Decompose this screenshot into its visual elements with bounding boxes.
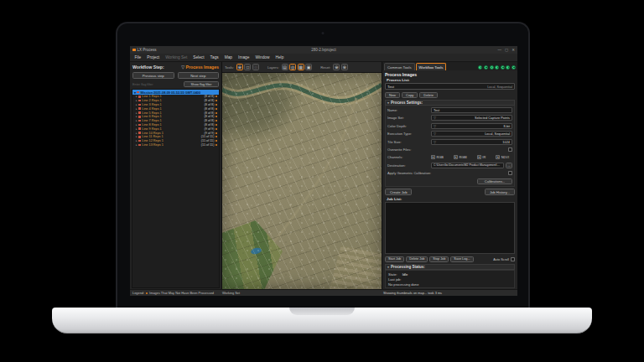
previous-step-button[interactable]: Previous step	[132, 72, 174, 79]
channel-label: NDVI	[501, 155, 509, 159]
chevron-collapsed-icon: ▸	[136, 119, 138, 122]
flight-line-label: Line 8 Reps 1	[142, 123, 161, 127]
tile-size-select[interactable]: ▽ 1024	[431, 139, 512, 145]
channel-label: RGBI	[459, 155, 467, 159]
menu-item[interactable]: Window	[252, 55, 273, 59]
flight-line-label: Line 5 Reps 1	[142, 111, 161, 115]
overwrite-files-checkbox[interactable]	[508, 147, 512, 152]
status-circle-icon[interactable]	[501, 65, 505, 70]
menu-item[interactable]: Image	[236, 55, 252, 59]
menu-item[interactable]: Tags	[207, 55, 221, 59]
menu-item[interactable]: Project	[144, 55, 163, 59]
chevron-down-icon: ▽	[434, 124, 436, 128]
processing-status-section[interactable]: ▾ Processing Status:	[385, 264, 515, 270]
process-list-dropdown[interactable]: Test Local, Sequential	[385, 83, 515, 90]
status-circle-icon[interactable]	[495, 65, 499, 70]
chevron-collapsed-icon: ▸	[136, 111, 138, 115]
channels-label: Channels:	[387, 155, 431, 159]
execution-type-select[interactable]: ▽ Local, Sequential	[431, 131, 512, 137]
layer-toggle-icon[interactable]: ▣	[305, 64, 312, 70]
menu-item[interactable]: Select	[190, 55, 207, 59]
copy-button[interactable]: Copy	[402, 92, 418, 98]
maximize-icon[interactable]: ▢	[505, 48, 508, 52]
job-list[interactable]	[385, 202, 515, 254]
chevron-down-icon: ▽	[434, 140, 436, 144]
chevron-collapsed-icon: ▸	[136, 127, 138, 131]
process-settings-section[interactable]: ▾ Process Settings:	[385, 100, 515, 106]
menu-item[interactable]: Working Set	[163, 55, 190, 59]
apply-geometric-calibration-checkbox[interactable]	[508, 171, 512, 175]
color-depth-select[interactable]: ▽ 8-bit	[431, 123, 512, 129]
minimize-icon[interactable]: —	[497, 48, 501, 52]
menu-item[interactable]: File	[132, 55, 144, 59]
image-count: (11 of 11)	[201, 135, 215, 138]
reset-tool-icon[interactable]: ⊗	[341, 64, 348, 70]
layer-toggle-icon[interactable]: ▤	[282, 64, 288, 70]
processing-status-box: State: Idle Last job: No processing done	[385, 270, 515, 288]
job-action-button[interactable]: Start Job	[385, 256, 404, 262]
show-flag-filter-button[interactable]: Show flag filter	[184, 81, 219, 87]
tool-tab[interactable]: Common Tools	[384, 63, 415, 70]
destination-input[interactable]: C:\Users\bc\Documents\M2 Product Managem…	[431, 163, 504, 168]
map-tool-icon[interactable]: □	[244, 64, 251, 70]
calibrations-button[interactable]: Calibrations...	[477, 178, 512, 184]
channel-checkbox[interactable]: ✕	[431, 155, 435, 159]
job-history-button[interactable]: Job History...	[485, 189, 515, 195]
delete-button[interactable]: Delete	[419, 92, 438, 98]
flight-line-label: Line 12 Reps 1	[142, 139, 164, 142]
image-count: (9 of 9)	[204, 127, 214, 131]
auto-scroll-label: Auto Scroll	[493, 257, 509, 261]
mission-tree: ▾ Mission 2021-08-09 05-52-55 GMT-0400 ▸…	[132, 89, 220, 288]
close-icon[interactable]: ✕	[512, 48, 515, 52]
tools-label: Tools:	[225, 65, 234, 70]
job-action-button[interactable]: Save Log...	[450, 256, 473, 262]
create-job-button[interactable]: Create Job	[385, 189, 412, 195]
tool-tab[interactable]: Workflow Tools	[416, 63, 447, 70]
unprocessed-dot-icon	[216, 144, 217, 146]
name-input[interactable]: Test	[431, 107, 512, 113]
unprocessed-dot-icon	[216, 100, 217, 101]
flight-line-label: Line 2 Reps 1	[142, 99, 161, 102]
browse-button[interactable]: ...	[506, 163, 512, 168]
unprocessed-dot-icon	[216, 140, 217, 142]
menu-item[interactable]: Help	[273, 55, 287, 59]
image-set-select[interactable]: ▽ Selected Capture Points	[431, 115, 512, 121]
workflow-step-dropdown[interactable]: ▽ Process Images	[181, 65, 219, 70]
map-tool-icon[interactable]: ◌	[252, 64, 259, 70]
image-count: (8 of 8)	[204, 107, 214, 111]
map-view[interactable]	[222, 73, 382, 289]
working-set-label: Working Set	[222, 291, 240, 295]
flight-line-row[interactable]: ▸ Line 13 Reps 1 (11 of 11)	[132, 143, 219, 147]
flag-icon	[138, 144, 141, 147]
job-action-button[interactable]: Delete Job	[406, 256, 428, 262]
reset-tool-icon[interactable]: ⊕	[333, 64, 340, 70]
next-step-button[interactable]: Next step	[178, 72, 220, 79]
apply-geometric-calibration-label: Apply Geometric Calibration:	[387, 171, 463, 175]
status-circle-icon[interactable]	[484, 65, 488, 70]
status-circle-icon[interactable]	[506, 65, 510, 70]
map-tool-icon[interactable]: ⊕	[236, 64, 243, 70]
auto-scroll-checkbox[interactable]	[511, 257, 515, 261]
flag-icon	[138, 100, 141, 102]
flag-icon	[138, 140, 141, 142]
status-circle-icon[interactable]	[512, 65, 516, 70]
channel-checkbox[interactable]: ✕	[477, 155, 481, 159]
channel-checkbox[interactable]: ✕	[454, 155, 458, 159]
layer-toggle-icon[interactable]: ▦	[298, 64, 304, 70]
chevron-expanded-icon: ▾	[134, 90, 136, 95]
job-action-button[interactable]: Stop Job	[429, 256, 449, 262]
flag-icon	[137, 91, 139, 94]
chevron-expanded-icon: ▾	[387, 101, 389, 105]
status-circle-icon[interactable]	[490, 65, 494, 70]
menu-item[interactable]: Map	[221, 55, 235, 59]
flag-icon	[138, 107, 141, 110]
status-circle-icon[interactable]	[478, 65, 482, 70]
channel-option: ✕ RGBI	[454, 155, 467, 159]
unprocessed-dot-icon	[216, 124, 217, 126]
process-settings-form: Name: Test Image Set: ▽ Selected Capture…	[385, 106, 515, 187]
new-button[interactable]: New	[385, 92, 400, 98]
flag-icon	[138, 111, 141, 114]
flag-filter-hint: Enter flag filter	[132, 83, 153, 86]
channel-checkbox[interactable]: ✕	[496, 155, 500, 159]
layer-toggle-icon[interactable]: ◎	[289, 64, 296, 70]
